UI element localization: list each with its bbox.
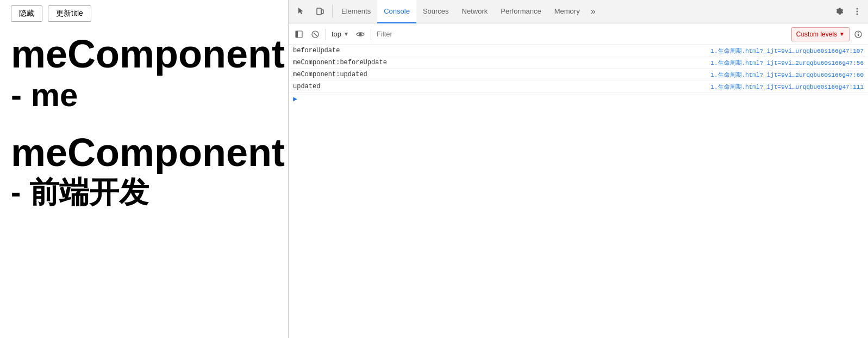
settings-icon[interactable] xyxy=(832,4,847,19)
filter-input[interactable] xyxy=(374,27,789,41)
custom-levels-arrow: ▼ xyxy=(839,31,845,37)
tab-console[interactable]: Console xyxy=(377,0,416,23)
update-title-button[interactable]: 更新title xyxy=(48,5,91,22)
log-source-link[interactable]: 1.生命周期.html?_ijt=9vi…urqqbu60s166g47:111 xyxy=(710,83,864,91)
svg-point-2 xyxy=(857,8,858,10)
tab-elements[interactable]: Elements xyxy=(335,0,377,23)
component1-subtitle: - me xyxy=(11,76,277,115)
more-options-icon[interactable] xyxy=(850,4,865,19)
log-entry: beforeUpdate1.生命周期.html?_ijt=9vi…urqqbu6… xyxy=(289,45,868,57)
webpage-panel: 隐藏 更新title meComponent - me meComponent … xyxy=(0,0,288,338)
clear-console-button[interactable] xyxy=(308,27,322,41)
log-message: updated xyxy=(293,83,710,90)
prompt-arrow[interactable]: ► xyxy=(293,95,297,103)
hide-button[interactable]: 隐藏 xyxy=(11,5,42,22)
inspect-element-icon[interactable] xyxy=(292,3,309,20)
eye-icon[interactable] xyxy=(353,27,367,41)
log-message: meComponent:updated xyxy=(293,71,710,78)
devtools-panel: Elements Console Sources Network Perform… xyxy=(288,0,868,338)
devtools-tab-bar: Elements Console Sources Network Perform… xyxy=(289,0,868,23)
tab-network[interactable]: Network xyxy=(455,0,495,23)
svg-point-9 xyxy=(359,33,361,35)
log-entries-container: beforeUpdate1.生命周期.html?_ijt=9vi…urqqbu6… xyxy=(289,45,868,93)
log-source-link[interactable]: 1.生命周期.html?_ijt=9vi…2urqqbu60s166g47:60 xyxy=(710,71,864,79)
custom-levels-button[interactable]: Custom levels ▼ xyxy=(791,27,850,41)
button-bar: 隐藏 更新title xyxy=(11,5,277,22)
tab-performance[interactable]: Performance xyxy=(494,0,547,23)
tab-memory[interactable]: Memory xyxy=(548,0,586,23)
more-tabs-button[interactable]: » xyxy=(586,0,600,23)
tab-sources[interactable]: Sources xyxy=(416,0,455,23)
svg-point-3 xyxy=(857,11,858,13)
svg-rect-6 xyxy=(296,31,298,38)
context-dropdown-arrow: ▼ xyxy=(344,31,349,37)
toolbar-separator-1 xyxy=(326,29,326,40)
svg-rect-12 xyxy=(858,34,859,36)
console-log-area: beforeUpdate1.生命周期.html?_ijt=9vi…urqqbu6… xyxy=(289,45,868,338)
console-toolbar: top ▼ Custom levels ▼ xyxy=(289,23,868,45)
log-entry: meComponent:updated1.生命周期.html?_ijt=9vi…… xyxy=(289,69,868,81)
console-prompt-row: ► xyxy=(289,93,868,106)
console-sidebar-toggle[interactable] xyxy=(292,27,306,41)
log-entry: meComponent:beforeUpdate1.生命周期.html?_ijt… xyxy=(289,57,868,69)
custom-levels-label: Custom levels xyxy=(796,30,837,38)
log-source-link[interactable]: 1.生命周期.html?_ijt=9vi…2urqqbu60s166g47:56 xyxy=(710,59,864,67)
component1-title: meComponent xyxy=(11,33,277,76)
context-value: top xyxy=(332,30,341,38)
console-settings-icon[interactable] xyxy=(852,28,865,41)
log-entry: updated1.生命周期.html?_ijt=9vi…urqqbu60s166… xyxy=(289,81,868,93)
device-toolbar-icon[interactable] xyxy=(311,3,329,20)
component2-subtitle: - 前端开发 xyxy=(11,174,277,210)
toolbar-separator-2 xyxy=(371,29,371,40)
component2-title: meComponent xyxy=(11,131,277,174)
svg-point-11 xyxy=(858,32,859,33)
svg-rect-0 xyxy=(317,8,321,15)
log-source-link[interactable]: 1.生命周期.html?_ijt=9vi…urqqbu60s166g47:107 xyxy=(710,47,864,55)
log-message: beforeUpdate xyxy=(293,47,710,54)
svg-line-8 xyxy=(314,33,317,36)
context-selector[interactable]: top ▼ xyxy=(329,27,351,41)
svg-rect-1 xyxy=(321,10,323,14)
log-message: meComponent:beforeUpdate xyxy=(293,59,710,66)
svg-point-4 xyxy=(857,14,858,15)
tab-separator xyxy=(332,5,333,18)
